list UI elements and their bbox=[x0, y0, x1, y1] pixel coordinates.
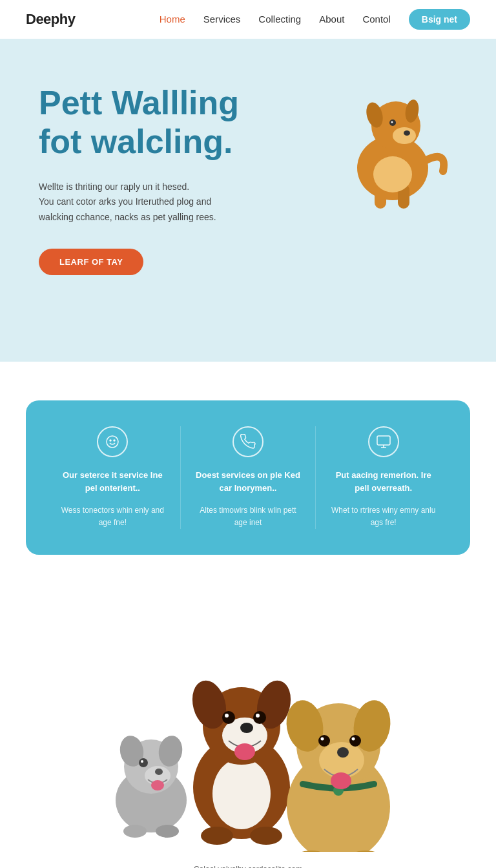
dog-svg bbox=[328, 71, 457, 213]
svg-point-36 bbox=[222, 711, 235, 724]
nav-link-about[interactable]: About bbox=[319, 14, 344, 25]
features-card: Our seterce it service Ine pel onterient… bbox=[26, 400, 470, 555]
hero-title-line1: Pett Wallling bbox=[39, 84, 239, 121]
feature-desc-2: Altes timowirs blink wlin pett age inet bbox=[194, 504, 303, 529]
svg-point-35 bbox=[240, 723, 253, 733]
nav-item-home[interactable]: Home bbox=[160, 14, 185, 25]
logo: Deephy bbox=[26, 11, 75, 28]
hero-title: Pett Wallling fot walcling. bbox=[39, 84, 239, 161]
feature-icon-3 bbox=[368, 426, 399, 457]
svg-point-38 bbox=[253, 711, 266, 724]
nav-item-collecting[interactable]: Collecting bbox=[258, 14, 301, 25]
svg-point-30 bbox=[212, 758, 271, 829]
svg-point-5 bbox=[391, 121, 393, 123]
svg-point-11 bbox=[107, 436, 118, 448]
nav-item-about[interactable]: About bbox=[319, 14, 344, 25]
navbar: Deephy Home Services Collecting About Co… bbox=[0, 0, 496, 39]
svg-point-26 bbox=[151, 780, 164, 790]
svg-point-24 bbox=[139, 758, 148, 767]
monitor-icon bbox=[376, 434, 391, 450]
nav-cta-item[interactable]: Bsig net bbox=[409, 9, 470, 30]
nav-link-collecting[interactable]: Collecting bbox=[258, 14, 301, 25]
features-section: Our seterce it service Ine pel onterient… bbox=[0, 362, 496, 581]
footer: Coleal valvalby cordocalite.com bbox=[0, 852, 496, 868]
nav-cta-button[interactable]: Bsig net bbox=[409, 9, 470, 30]
svg-rect-14 bbox=[377, 436, 390, 445]
feature-icon-1 bbox=[97, 426, 128, 457]
face-icon bbox=[105, 434, 120, 450]
nav-link-services[interactable]: Services bbox=[203, 14, 241, 25]
feature-desc-3: Whet to rtrires winy emny anlu ags fre! bbox=[329, 504, 438, 529]
feature-title-3: Put aacing remerion. Ire pell overreath. bbox=[329, 469, 438, 494]
svg-point-54 bbox=[331, 772, 351, 789]
hero-subtitle: Wellte is thriting our raply un it hesed… bbox=[39, 180, 239, 225]
dogs-group-svg bbox=[74, 619, 422, 852]
feature-col-1: Our seterce it service Ine pel onterient… bbox=[45, 426, 181, 529]
svg-point-2 bbox=[393, 127, 416, 144]
svg-point-51 bbox=[349, 735, 361, 747]
phone-icon bbox=[240, 434, 256, 450]
hero-subtitle-line2: You cant cotor arks you Irteruthed plog … bbox=[39, 196, 211, 207]
svg-point-50 bbox=[321, 738, 324, 741]
svg-point-49 bbox=[318, 735, 330, 747]
feature-icon-2 bbox=[232, 426, 264, 457]
hero-subtitle-line3: walcking cchance, nacks as pet yalling r… bbox=[39, 212, 216, 222]
footer-text: Coleal valvalby cordocalite.com bbox=[13, 865, 483, 868]
dogs-section bbox=[0, 581, 496, 852]
svg-point-23 bbox=[155, 769, 163, 775]
svg-point-12 bbox=[110, 440, 111, 441]
hero-subtitle-line1: Wellte is thriting our raply un it hesed… bbox=[39, 181, 189, 192]
nav-item-services[interactable]: Services bbox=[203, 14, 241, 25]
hero-title-line2: fot walcling. bbox=[39, 123, 232, 160]
hero-text: Pett Wallling fot walcling. Wellte is th… bbox=[39, 84, 239, 275]
svg-point-40 bbox=[234, 743, 255, 760]
svg-point-10 bbox=[373, 156, 412, 192]
svg-point-41 bbox=[201, 827, 233, 845]
hero-cta-button[interactable]: LEARF OF TAY bbox=[39, 249, 143, 275]
svg-point-25 bbox=[141, 760, 143, 763]
nav-item-contol[interactable]: Contol bbox=[362, 14, 390, 25]
svg-point-3 bbox=[404, 130, 410, 136]
hero-dog-illustration bbox=[328, 71, 457, 213]
svg-point-13 bbox=[114, 440, 115, 441]
nav-link-contol[interactable]: Contol bbox=[362, 14, 390, 25]
hero-section: Pett Wallling fot walcling. Wellte is th… bbox=[0, 39, 496, 362]
feature-title-1: Our seterce it service Ine pel onterient… bbox=[58, 469, 167, 494]
dogs-image-container bbox=[74, 606, 422, 852]
svg-point-37 bbox=[225, 714, 229, 718]
svg-point-52 bbox=[352, 738, 355, 741]
feature-title-2: Doest services on ple Ked car Inorymen.. bbox=[194, 469, 303, 494]
svg-point-42 bbox=[250, 827, 282, 845]
svg-point-39 bbox=[256, 714, 260, 718]
feature-col-2: Doest services on ple Ked car Inorymen..… bbox=[181, 426, 316, 529]
feature-desc-1: Wess tonectors whin enly and age fne! bbox=[58, 504, 167, 529]
feature-col-3: Put aacing remerion. Ire pell overreath.… bbox=[316, 426, 451, 529]
svg-point-28 bbox=[156, 825, 179, 838]
nav-link-home[interactable]: Home bbox=[160, 14, 185, 25]
nav-links: Home Services Collecting About Contol Bs… bbox=[160, 9, 470, 30]
svg-point-48 bbox=[337, 747, 349, 758]
svg-point-27 bbox=[123, 825, 147, 838]
